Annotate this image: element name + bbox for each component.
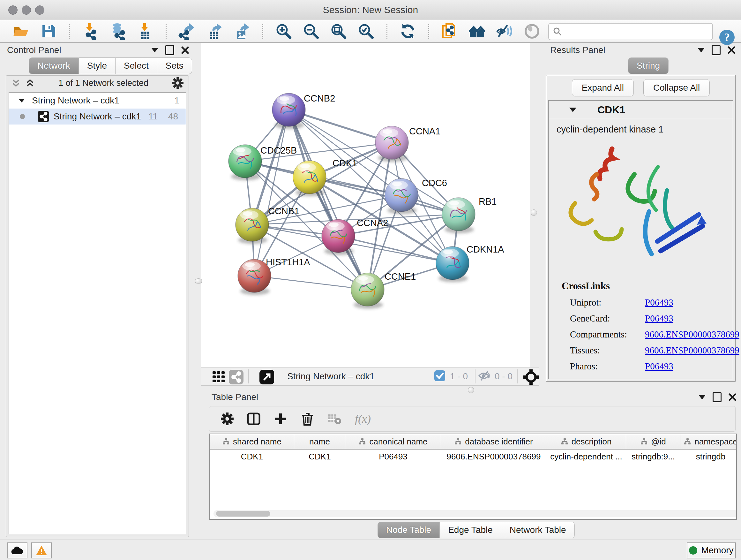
float-panel-icon[interactable] — [712, 45, 721, 55]
table-cell[interactable]: P06493 — [345, 452, 441, 462]
memory-button[interactable]: Memory — [687, 543, 736, 558]
column-header-name[interactable]: name — [294, 434, 345, 449]
add-column-icon[interactable] — [274, 412, 287, 426]
tab-style[interactable]: Style — [79, 57, 116, 74]
show-columns-icon[interactable] — [247, 412, 260, 426]
export-network-icon[interactable] — [178, 22, 196, 40]
table-type-tabs: Node TableEdge TableNetwork Table — [378, 522, 575, 538]
open-session-icon[interactable] — [12, 22, 30, 40]
tab-sets[interactable]: Sets — [157, 57, 192, 74]
tab-network[interactable]: Network — [29, 57, 79, 74]
tab-edge-table[interactable]: Edge Table — [440, 522, 501, 538]
network-node-HIST1H1A[interactable]: HIST1H1A — [238, 257, 310, 295]
hide-glasses-icon[interactable] — [495, 22, 514, 40]
selected-checkbox-icon[interactable] — [434, 370, 446, 381]
network-canvas[interactable]: CCNB2CCNA1CDC25BCDK1CDC6RB1CCNB1CCNA2CDK… — [201, 43, 530, 367]
table-cell[interactable]: stringdb — [680, 452, 737, 462]
table-hscroll-thumb[interactable] — [216, 511, 270, 516]
zoom-fit-icon[interactable] — [330, 22, 347, 40]
collapse-all-icon[interactable] — [11, 78, 21, 88]
crosslink-link[interactable]: P06493 — [645, 361, 673, 372]
search-box[interactable] — [548, 23, 713, 40]
refresh-icon[interactable] — [399, 22, 417, 40]
node-table[interactable]: shared namenamecanonical namedatabase id… — [209, 434, 737, 520]
column-header-canonical-name[interactable]: canonical name — [345, 434, 441, 449]
left-splitter-handle[interactable] — [195, 278, 202, 284]
table-cell[interactable]: 9606.ENSP00000378699 — [441, 452, 546, 462]
save-session-icon[interactable] — [40, 22, 57, 40]
close-panel-icon[interactable] — [729, 393, 736, 401]
search-input[interactable] — [562, 25, 712, 38]
zoom-selected-icon[interactable] — [357, 22, 375, 40]
network-edge[interactable] — [254, 276, 367, 290]
panel-menu-icon[interactable] — [151, 48, 158, 52]
export-table-icon[interactable] — [205, 22, 223, 40]
warnings-button[interactable] — [31, 543, 52, 558]
node-label-CDK1: CDK1 — [333, 158, 357, 168]
network-node-CDK1[interactable]: CDK1 — [293, 158, 357, 196]
zoom-in-icon[interactable] — [275, 22, 293, 40]
panel-menu-icon[interactable] — [698, 395, 705, 399]
crosslink-row: Pharos:P06493 — [562, 361, 739, 372]
main-toolbar: ? — [0, 20, 741, 43]
home-networks-icon[interactable] — [468, 22, 486, 40]
collapse-icon[interactable] — [18, 99, 25, 103]
table-cell[interactable]: cyclin-dependent ... — [546, 452, 626, 462]
import-database-icon[interactable] — [109, 22, 127, 40]
protein-structure-image — [558, 136, 718, 270]
network-node-CCNA1[interactable]: CCNA1 — [375, 126, 441, 162]
network-node-RB1[interactable]: RB1 — [442, 196, 496, 233]
crosshair-icon[interactable] — [522, 368, 540, 386]
tab-network-table[interactable]: Network Table — [501, 522, 575, 538]
table-cell[interactable]: stringdb:9... — [626, 452, 680, 462]
export-image-icon[interactable] — [233, 22, 251, 40]
collapse-all-button[interactable]: Collapse All — [643, 79, 710, 97]
crosslink-link[interactable]: P06493 — [645, 313, 673, 324]
cloud-button[interactable] — [7, 543, 27, 558]
panel-menu-icon[interactable] — [697, 48, 704, 52]
float-panel-icon[interactable] — [713, 392, 722, 402]
selected-count: 1 - 0 — [450, 371, 468, 381]
clone-network-icon[interactable] — [441, 22, 459, 40]
zoom-out-icon[interactable] — [302, 22, 320, 40]
column-header-@id[interactable]: @id — [626, 434, 680, 449]
right-splitter-handle[interactable] — [531, 209, 537, 216]
network-collection-row[interactable]: String Network – cdk1 1 — [9, 92, 186, 109]
float-panel-icon[interactable] — [165, 45, 174, 55]
network-type-icon[interactable] — [227, 368, 245, 386]
control-panel-tabs: NetworkStyleSelectSets — [29, 57, 192, 74]
expand-all-button[interactable]: Expand All — [572, 79, 634, 97]
open-in-window-icon[interactable] — [258, 368, 276, 386]
network-node-CDKN1A[interactable]: CDKN1A — [436, 244, 504, 282]
close-panel-icon[interactable] — [728, 46, 735, 54]
node-entry-header[interactable]: CDK1 — [549, 101, 733, 119]
tab-node-table[interactable]: Node Table — [378, 522, 440, 538]
tab-select[interactable]: Select — [116, 57, 157, 74]
network-node-CCNA2[interactable]: CCNA2 — [322, 218, 388, 255]
crosslink-link[interactable]: P06493 — [645, 297, 673, 308]
collapse-entry-icon[interactable] — [569, 108, 576, 112]
close-panel-icon[interactable] — [181, 46, 189, 54]
table-cell[interactable]: CDK1 — [210, 452, 294, 462]
control-panel-title: Control Panel — [7, 45, 61, 55]
import-network-icon[interactable] — [81, 22, 99, 40]
import-table-icon[interactable] — [136, 22, 154, 40]
column-header-shared-name[interactable]: shared name — [210, 434, 294, 449]
delete-column-icon[interactable] — [300, 412, 314, 426]
svg-text:?: ? — [724, 31, 730, 44]
table-hscrollbar[interactable] — [213, 510, 737, 517]
node-label-CCNA2: CCNA2 — [357, 218, 388, 228]
column-header-namespace[interactable]: namespace — [680, 434, 737, 449]
network-row[interactable]: String Network – cdk1 11 48 — [9, 109, 186, 125]
table-cell[interactable]: CDK1 — [294, 452, 345, 462]
gear-icon[interactable] — [172, 77, 184, 89]
birds-eye-grid-icon[interactable] — [210, 368, 228, 386]
column-header-description[interactable]: description — [546, 434, 626, 449]
tab-string[interactable]: String — [628, 57, 669, 74]
crosslink-link[interactable]: 9606.ENSP00000378699 — [645, 329, 739, 340]
table-gear-icon[interactable] — [221, 413, 233, 425]
expand-all-icon[interactable] — [25, 78, 35, 88]
column-header-database-identifier[interactable]: database identifier — [441, 434, 546, 449]
crosslink-link[interactable]: 9606.ENSP00000378699 — [645, 345, 739, 356]
table-row[interactable]: CDK1CDK1P064939606.ENSP00000378699cyclin… — [210, 449, 736, 463]
